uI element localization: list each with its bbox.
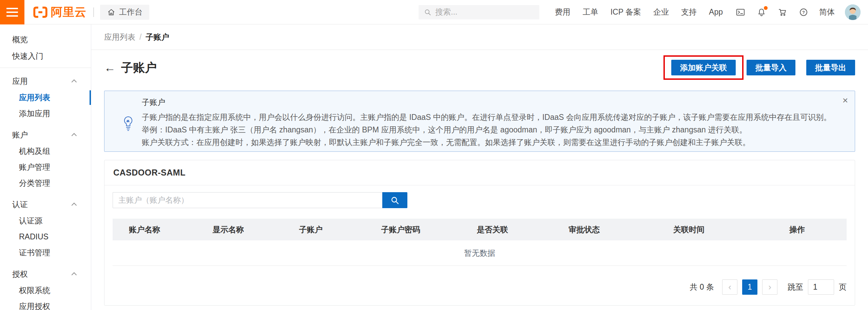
sidebar-item-app-list[interactable]: 应用列表 [0,90,91,106]
cart-icon [778,7,787,17]
info-banner: 子账户 子账户指的是在指定应用系统中，用户会以什么身份进行访问。主账户指的是 I… [104,91,855,152]
sidebar-item-label: 证书管理 [19,248,50,258]
user-avatar[interactable] [845,4,861,20]
title-left: ← 子账户 [104,60,157,76]
sidebar-group-authorization: 授权 权限系统 应用授权 [0,266,91,310]
sidebar-item-overview[interactable]: 概览 [0,31,91,48]
sidebar-item-org-groups[interactable]: 机构及组 [0,143,91,159]
active-indicator [90,90,91,105]
empty-text: 暂无数据 [464,248,495,258]
table-header-row: 账户名称 显示名称 子账户 子账户密码 是否关联 审批状态 关联时间 操作 [113,219,847,240]
bulb-icon [122,115,134,133]
sidebar-item-auth-source[interactable]: 认证源 [0,213,91,229]
sidebar-item-label: 添加应用 [19,108,50,119]
nav-app[interactable]: App [709,7,723,17]
page-content: ← 子账户 添加账户关联 批量导入 批量导出 [91,50,868,310]
global-search-input[interactable] [435,7,534,17]
banner-title: 子账户 [142,97,834,108]
page-title: 子账户 [121,60,157,76]
sidebar-group-authentication-header[interactable]: 认证 [0,196,91,213]
close-icon[interactable]: × [843,96,848,105]
page-1-button[interactable]: 1 [742,279,757,295]
batch-import-button[interactable]: 批量导入 [747,60,795,75]
workbench-button[interactable]: 工作台 [100,5,149,20]
breadcrumb-separator: / [139,33,141,42]
next-page-button[interactable]: › [762,279,777,295]
chevron-right-icon: › [768,282,771,292]
primary-account-search-input[interactable] [113,192,382,208]
sidebar-divider [0,68,91,68]
sidebar-item-category-mgmt[interactable]: 分类管理 [0,175,91,191]
sidebar-group-authorization-header[interactable]: 授权 [0,266,91,282]
annotated-button-wrapper: 添加账户关联 [671,60,736,75]
sidebar-group-authentication: 认证 认证源 RADIUS 证书管理 [0,196,91,261]
column-link-time: 关联时间 [630,224,748,235]
app-body: 概览 快速入门 应用 应用列表 添加应用 账户 机构及组 [0,24,868,310]
sidebar-item-permission-system[interactable]: 权限系统 [0,282,91,298]
banner-line-2: 举例：IDaaS 中有主账户 张三（用户名 zhangsan），在企业的 BPM… [142,124,834,136]
breadcrumb-current: 子账户 [146,32,169,42]
total-count: 共 0 条 [690,282,714,292]
aliyun-logo-icon [33,6,48,18]
group-label-text: 应用 [12,76,28,87]
sidebar-item-quickstart[interactable]: 快速入门 [0,48,91,65]
nav-icp[interactable]: ICP 备案 [611,7,641,17]
search-button[interactable] [382,192,407,208]
sub-account-card: CASDOOR-SAML 账户名称 显示名称 子账户 子账户密 [104,160,855,306]
chevron-up-icon [72,272,77,277]
page-jump-input[interactable] [808,279,834,295]
sidebar-item-label: 权限系统 [19,285,50,296]
title-row: ← 子账户 添加账户关联 批量导入 批量导出 [104,58,855,77]
search-icon [390,196,400,205]
home-icon [107,8,116,17]
avatar-image [845,4,861,20]
nav-support[interactable]: 支持 [681,7,697,17]
add-account-association-button[interactable]: 添加账户关联 [671,60,736,75]
column-approval-status: 审批状态 [538,224,630,235]
aliyun-logo[interactable]: 阿里云 [33,4,86,20]
nav-enterprise[interactable]: 企业 [653,7,669,17]
divider [93,7,94,17]
workbench-label: 工作台 [119,7,142,17]
terminal-icon [736,7,745,17]
sidebar-item-label: 机构及组 [19,146,50,157]
column-is-linked: 是否关联 [447,224,539,235]
sidebar-item-radius[interactable]: RADIUS [0,229,91,245]
hamburger-menu-icon[interactable] [0,0,24,24]
group-label-text: 账户 [12,130,28,140]
sidebar-group-account: 账户 机构及组 账户管理 分类管理 [0,126,91,191]
application-name: CASDOOR-SAML [113,168,186,178]
cart-button[interactable] [777,7,788,18]
main-panel: 应用列表 / 子账户 ← 子账户 添加账户关联 批量导入 批量导出 [91,24,868,310]
sidebar-group-account-header[interactable]: 账户 [0,126,91,143]
column-sub-account-password: 子账户密码 [355,224,447,235]
sidebar-group-application-header[interactable]: 应用 [0,73,91,90]
table-search-row [104,185,855,208]
top-icon-group: ? [735,7,809,18]
chevron-left-icon: ‹ [728,282,731,292]
sidebar-item-cert-mgmt[interactable]: 证书管理 [0,245,91,261]
notifications-button[interactable] [756,7,767,18]
sidebar-item-app-authorization[interactable]: 应用授权 [0,298,91,310]
group-label-text: 认证 [12,199,28,210]
sidebar-item-label: 认证源 [19,216,42,226]
sidebar-item-account-mgmt[interactable]: 账户管理 [0,159,91,175]
sidebar-item-label: 应用授权 [19,301,50,310]
sidebar-item-add-app[interactable]: 添加应用 [0,106,91,122]
page-unit-label: 页 [839,282,847,292]
breadcrumb-app-list[interactable]: 应用列表 [104,32,135,42]
nav-tickets[interactable]: 工单 [583,7,598,17]
sidebar-item-label: 分类管理 [19,178,50,188]
cloudshell-button[interactable] [735,7,746,18]
nav-billing[interactable]: 费用 [555,7,571,17]
language-switch[interactable]: 简体 [819,7,835,17]
global-search[interactable] [419,5,539,19]
back-arrow-icon[interactable]: ← [104,62,116,73]
search-icon [424,8,431,16]
card-header: CASDOOR-SAML [104,160,855,185]
prev-page-button[interactable]: ‹ [722,279,737,295]
batch-export-button[interactable]: 批量导出 [806,60,855,75]
column-display-name: 显示名称 [190,224,267,235]
svg-text:?: ? [802,10,805,15]
help-button[interactable]: ? [798,7,809,18]
